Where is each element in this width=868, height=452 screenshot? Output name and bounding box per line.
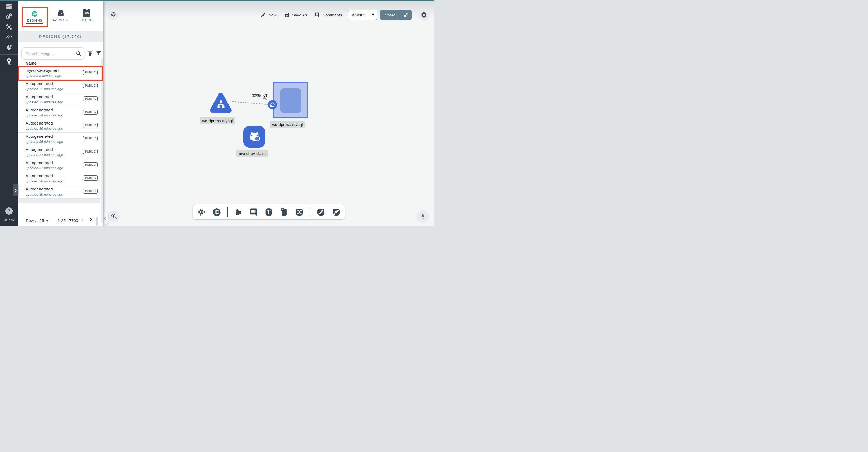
sidebar-item-performance[interactable] [0, 33, 18, 40]
tool-split[interactable] [316, 207, 326, 217]
share-label: Share [380, 13, 400, 17]
visibility-badge: PUBLIC [83, 189, 98, 194]
kubernetes-icon [212, 207, 221, 217]
tools-icon [6, 24, 12, 30]
copy-link-button[interactable] [400, 12, 412, 18]
actions-button[interactable]: Actions [348, 10, 377, 20]
tool-text[interactable] [264, 207, 273, 217]
chevron-down-icon[interactable] [46, 220, 49, 222]
chevron-left-icon [81, 217, 85, 222]
design-row[interactable]: Autogenerated updated 36 minutes ago PUB… [18, 133, 100, 146]
save-as-label: Save As [292, 13, 307, 17]
canvas-options-button[interactable] [107, 8, 119, 20]
design-row[interactable]: Autogenerated updated 39 minutes ago PUB… [18, 185, 100, 199]
visibility-badge: PUBLIC [83, 83, 98, 88]
panel-header-title: DESIGNS (17,700) [39, 34, 82, 39]
text-tool-icon [264, 207, 273, 217]
search-box [21, 47, 84, 60]
new-design-button[interactable]: New [260, 12, 277, 18]
sidebar-divider [0, 54, 18, 55]
filter-funnel-icon[interactable] [96, 50, 102, 57]
zoom-in-button[interactable] [108, 211, 120, 222]
comments-button[interactable]: Comments [314, 12, 342, 18]
prev-page-button[interactable] [81, 217, 87, 224]
pencil-icon [260, 12, 266, 18]
component-graph-icon [197, 207, 206, 217]
visibility-badge: PUBLIC [83, 175, 98, 181]
meshery-app: ? v0.7.67 DESIGNS CATAL [0, 0, 434, 226]
tab-catalog[interactable]: CATALOG [53, 9, 69, 22]
edge-port-label: 3306/TCP [252, 93, 269, 97]
design-row[interactable]: mysql-deployment updated 3 minutes ago P… [18, 67, 100, 80]
sidebar-item-dashboard[interactable] [0, 3, 18, 10]
node-kubernetes-service[interactable] [208, 91, 233, 115]
sidebar-item-extensions[interactable] [0, 44, 18, 51]
settings-button[interactable] [418, 9, 430, 21]
wasm-filters-icon: WA [83, 9, 90, 17]
design-row[interactable]: Autogenerated updated 24 minutes ago PUB… [18, 106, 100, 120]
tool-component-explorer[interactable] [197, 207, 206, 217]
sidebar-divider [0, 68, 18, 68]
help-button[interactable]: ? [5, 207, 13, 215]
sidebar-item-lifecycle[interactable] [0, 13, 18, 20]
design-mode-button[interactable] [417, 211, 429, 223]
link-icon [403, 12, 409, 18]
tool-shapes[interactable] [234, 207, 243, 217]
designs-list: mysql-deployment updated 3 minutes ago P… [18, 67, 100, 199]
design-row[interactable]: Autogenerated updated 23 minutes ago PUB… [18, 93, 100, 106]
node-label-service: wordpress-mysql [200, 117, 235, 124]
design-row[interactable]: Autogenerated updated 38 minutes ago PUB… [18, 172, 100, 185]
top-accent-strip [0, 0, 434, 1]
service-tree-glyph [216, 99, 226, 109]
new-label: New [269, 13, 277, 17]
next-page-button[interactable] [88, 217, 95, 224]
rows-per-page-select[interactable]: 25 [39, 218, 44, 223]
node-persistent-volume-claim[interactable]: ? [243, 126, 265, 148]
tool-kubernetes[interactable] [212, 207, 221, 217]
share-button[interactable]: Share [380, 10, 412, 20]
sidebar-item-kanvas[interactable] [0, 58, 18, 65]
chevron-right-icon [88, 217, 93, 222]
pencil-spiral-icon [332, 207, 341, 217]
design-row[interactable]: Autogenerated updated 36 minutes ago PUB… [18, 120, 100, 133]
visibility-badge: PUBLIC [83, 136, 98, 141]
help-icon: ? [8, 209, 10, 214]
actions-dropdown-button[interactable] [369, 14, 377, 16]
gear-icon [421, 11, 427, 18]
pen-nib-icon [420, 213, 427, 220]
node-label-deployment: wordpress-mysql [270, 121, 305, 128]
visibility-badge: PUBLIC [83, 96, 98, 101]
pagination: Rows 25 1-25 17700 [18, 217, 103, 225]
design-canvas[interactable]: New Save As Comments Actions [103, 1, 434, 226]
port-endpoint[interactable] [268, 100, 277, 109]
speedometer-icon [6, 33, 12, 40]
design-row[interactable]: Autogenerated updated 37 minutes ago PUB… [18, 146, 100, 159]
design-row[interactable]: Autogenerated updated 37 minutes ago PUB… [18, 159, 100, 172]
visibility-badge: PUBLIC [83, 70, 98, 75]
magnifier-plus-icon [111, 213, 117, 219]
search-icon[interactable] [76, 51, 82, 57]
deployment-inner-shape [280, 88, 301, 113]
comment-icon [249, 207, 258, 217]
tool-comment[interactable] [249, 207, 258, 217]
actions-label: Actions [348, 12, 369, 17]
scalpel-icon [316, 207, 326, 217]
panel-scrollbar[interactable] [101, 58, 103, 223]
save-as-button[interactable]: Save As [284, 12, 307, 18]
tool-freehand-draw[interactable] [332, 207, 341, 217]
tool-note[interactable] [279, 207, 289, 217]
page-range: 1-25 17700 [58, 218, 78, 223]
tab-filters[interactable]: WA FILTERS [79, 9, 95, 22]
search-input[interactable] [21, 47, 84, 60]
node-kubernetes-deployment-selected[interactable] [273, 82, 308, 118]
sidebar-expand-handle[interactable] [13, 184, 18, 196]
tab-filters-label: FILTERS [80, 19, 94, 22]
tool-relationship[interactable] [295, 207, 304, 217]
tab-designs[interactable]: DESIGNS [22, 7, 48, 27]
toolbar-divider [227, 207, 227, 217]
save-icon [284, 12, 290, 18]
sidebar-item-configuration[interactable] [0, 24, 18, 30]
design-row[interactable]: Autogenerated updated 23 minutes ago PUB… [18, 80, 100, 93]
publish-upload-icon[interactable] [87, 50, 93, 57]
edge-service-to-deployment[interactable] [232, 101, 268, 105]
